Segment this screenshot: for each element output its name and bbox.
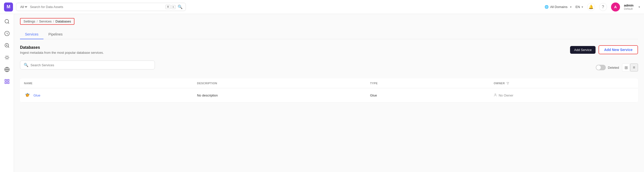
svg-point-12: [26, 94, 26, 95]
main-content: Settings / Services / Databases Services…: [14, 14, 644, 172]
insights-icon: [4, 55, 10, 62]
search-filter-select[interactable]: All: [19, 5, 28, 9]
search-icon: 🔍: [24, 63, 28, 67]
tab-services[interactable]: Services: [20, 30, 44, 39]
service-name-cell: Glue: [24, 92, 189, 99]
globe-icon: 🌐: [544, 5, 548, 9]
grid-icon: ⊞: [624, 65, 628, 70]
person-icon: [494, 93, 497, 97]
sidebar-item-discover[interactable]: [2, 17, 12, 27]
section-title: Databases: [20, 45, 104, 50]
svg-rect-9: [7, 82, 9, 83]
svg-point-0: [5, 19, 8, 23]
user-avatar[interactable]: A: [611, 3, 620, 12]
service-name-link[interactable]: Glue: [34, 93, 40, 97]
page-tabs: Services Pipelines: [20, 30, 638, 39]
breadcrumb-sep-2: /: [53, 20, 54, 23]
search-input[interactable]: [30, 5, 163, 9]
col-header-description: DESCRIPTION: [193, 79, 366, 88]
deleted-toggle[interactable]: [596, 65, 606, 70]
chevron-down-icon: ▾: [582, 5, 583, 9]
sidebar-item-explore[interactable]: [2, 41, 12, 51]
table-body: Glue No description Glue: [20, 88, 638, 102]
top-navbar: M All ⌘ K 🔍 🌐 All Domains ▾ EN ▾ 🔔 ? A: [0, 0, 644, 14]
services-search-input[interactable]: [30, 63, 151, 67]
add-service-button[interactable]: Add Service: [570, 46, 596, 54]
breadcrumb-settings[interactable]: Settings: [24, 20, 35, 23]
cell-description: No description: [193, 88, 366, 102]
col-header-owner: OWNER ▽: [490, 79, 638, 88]
app-logo: M: [4, 3, 13, 12]
sidebar-item-globe[interactable]: [2, 65, 12, 75]
deleted-toggle-section: Deleted: [596, 65, 619, 70]
col-header-name: NAME: [20, 79, 193, 88]
language-selector[interactable]: EN ▾: [576, 5, 583, 9]
grid-view-button[interactable]: ⊞: [622, 64, 630, 72]
sidebar-item-insights[interactable]: [2, 53, 12, 63]
section-info: Databases Ingest metadata from the most …: [20, 45, 104, 55]
svg-point-4: [6, 56, 8, 59]
svg-point-14: [495, 93, 496, 95]
help-button[interactable]: ?: [599, 3, 607, 11]
owner-cell: No Owner: [494, 93, 634, 97]
sidebar-item-analytics[interactable]: [2, 29, 12, 39]
svg-rect-8: [5, 82, 6, 83]
section-header: Databases Ingest metadata from the most …: [20, 45, 638, 55]
keyboard-shortcut-hint: ⌘ K: [165, 5, 176, 9]
help-icon: ?: [602, 5, 604, 9]
chevron-down-icon: ▾: [570, 5, 572, 9]
user-menu-chevron-icon[interactable]: ▾: [638, 5, 640, 9]
table-row: Glue No description Glue: [20, 88, 638, 102]
list-icon: ≡: [633, 65, 635, 70]
sidebar-item-settings[interactable]: [2, 77, 12, 87]
services-search-bar[interactable]: 🔍: [20, 61, 155, 70]
table-header-row: NAME DESCRIPTION TYPE OWNER ▽: [20, 79, 638, 88]
breadcrumb: Settings / Services / Databases: [20, 18, 74, 25]
deleted-label: Deleted: [608, 66, 619, 70]
navbar-right: 🌐 All Domains ▾ EN ▾ 🔔 ? A admin Default…: [544, 3, 640, 12]
breadcrumb-sep-1: /: [37, 20, 38, 23]
bell-icon: 🔔: [588, 5, 594, 9]
cell-name: Glue: [20, 88, 193, 102]
header-actions: Add Service Add New Service: [570, 45, 638, 54]
add-new-service-button[interactable]: Add New Service: [598, 45, 638, 54]
explore-icon: [4, 43, 10, 50]
cell-owner: No Owner: [490, 88, 638, 102]
sidebar: [0, 14, 14, 172]
svg-line-1: [8, 23, 9, 24]
search-controls-row: 🔍 Deleted ⊞ ≡: [20, 61, 638, 75]
discover-icon: [4, 19, 10, 26]
svg-rect-7: [7, 79, 9, 81]
filter-icon[interactable]: ▽: [506, 82, 509, 85]
col-header-type: TYPE: [366, 79, 490, 88]
user-info[interactable]: admin Default: [624, 4, 634, 10]
svg-point-13: [28, 94, 30, 95]
domain-selector[interactable]: 🌐 All Domains ▾: [544, 5, 571, 9]
table-header: NAME DESCRIPTION TYPE OWNER ▽: [20, 79, 638, 88]
global-search-bar[interactable]: All ⌘ K 🔍: [16, 3, 186, 11]
breadcrumb-databases: Databases: [56, 20, 71, 23]
cell-type: Glue: [366, 88, 490, 102]
search-icon: 🔍: [178, 5, 182, 9]
breadcrumb-services[interactable]: Services: [39, 20, 52, 23]
notifications-button[interactable]: 🔔: [587, 3, 595, 11]
settings-icon: [4, 79, 10, 86]
globe-icon: [4, 67, 10, 74]
tab-pipelines[interactable]: Pipelines: [44, 30, 68, 39]
main-layout: Settings / Services / Databases Services…: [0, 14, 644, 172]
services-table: NAME DESCRIPTION TYPE OWNER ▽: [20, 79, 638, 102]
glue-service-icon: [24, 92, 31, 99]
svg-rect-6: [5, 79, 6, 81]
svg-point-11: [27, 93, 28, 94]
analytics-icon: [4, 31, 10, 38]
section-description: Ingest metadata from the most popular da…: [20, 51, 104, 55]
list-view-button[interactable]: ≡: [630, 64, 638, 72]
